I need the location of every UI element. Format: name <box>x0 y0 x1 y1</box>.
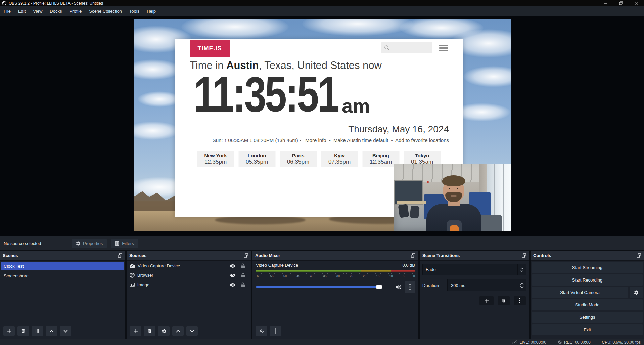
popout-icon[interactable] <box>243 253 248 258</box>
filters-label: Filters <box>122 241 134 246</box>
transition-select[interactable]: Fade <box>422 264 526 275</box>
advanced-audio-button[interactable] <box>256 326 267 336</box>
add-transition-button[interactable] <box>479 296 494 305</box>
title-bar: OBS 29.1.2 - Profile: LLHLS BETA - Scene… <box>0 0 644 6</box>
source-row-browser[interactable]: Browser <box>127 271 251 279</box>
menu-file[interactable]: File <box>0 6 14 16</box>
source-label: Video Capture Device <box>138 263 228 268</box>
search-input[interactable] <box>392 45 429 50</box>
visibility-eye-icon[interactable] <box>228 283 238 287</box>
popout-icon[interactable] <box>521 253 526 258</box>
city-paris[interactable]: Paris06:35pm <box>280 151 317 167</box>
sun-info-line: Sun: ↑ 06:35AM ↓ 08:20PM (13h 46m) - Mor… <box>213 137 449 143</box>
menu-scene-collection[interactable]: Scene Collection <box>85 6 126 16</box>
city-kyiv[interactable]: Kyiv07:35pm <box>321 151 358 167</box>
lock-icon[interactable] <box>238 273 248 278</box>
start-streaming-button[interactable]: Start Streaming <box>532 262 643 273</box>
remove-transition-button[interactable] <box>498 296 510 305</box>
spinner-arrows[interactable] <box>517 283 526 288</box>
popout-icon[interactable] <box>118 253 123 258</box>
meter-bar-right <box>256 271 415 272</box>
rec-status: REC: 00:00:00 <box>558 340 591 345</box>
cloud <box>302 19 413 36</box>
minimize-button[interactable] <box>598 0 613 6</box>
remove-source-button[interactable] <box>144 326 155 336</box>
add-favorite-link[interactable]: Add to favorite locations <box>395 137 449 143</box>
volume-slider-handle[interactable] <box>376 285 382 289</box>
filters-button[interactable]: Filters <box>111 239 138 248</box>
scene-down-button[interactable] <box>60 326 71 336</box>
volume-slider[interactable] <box>256 283 392 291</box>
scene-item-screenshare[interactable]: Screenshare <box>1 271 124 280</box>
source-context-toolbar: No source selected Properties Filters <box>0 236 644 250</box>
menu-edit[interactable]: Edit <box>14 6 29 16</box>
duration-spinbox[interactable]: 300 ms <box>447 279 526 291</box>
scene-filters-button[interactable] <box>32 326 43 336</box>
properties-button[interactable]: Properties <box>72 239 107 248</box>
hamburger-menu-icon[interactable] <box>439 45 448 51</box>
popout-icon[interactable] <box>411 253 416 258</box>
preview-canvas[interactable]: TIME.IS Time in Austin, Texas, United St… <box>134 19 511 231</box>
menu-tools[interactable]: Tools <box>126 6 143 16</box>
audio-mixer-title: Audio Mixer <box>255 253 280 258</box>
clock-ampm: am <box>342 94 370 117</box>
menu-bar: File Edit View Docks Profile Scene Colle… <box>0 6 644 16</box>
person-eye <box>449 188 450 189</box>
popout-icon[interactable] <box>636 253 641 258</box>
foreground-chair <box>478 215 502 231</box>
visibility-eye-icon[interactable] <box>228 264 238 268</box>
docks-row: Scenes Clock Test Screenshare Sources <box>0 250 644 339</box>
restore-button[interactable] <box>613 0 629 6</box>
webcam-overlay[interactable] <box>394 164 511 231</box>
lock-icon[interactable] <box>238 282 248 287</box>
source-row-video-capture[interactable]: Video Capture Device <box>127 262 251 270</box>
source-label: Browser <box>137 273 228 278</box>
menu-profile[interactable]: Profile <box>65 6 85 16</box>
city-london[interactable]: London05:35pm <box>238 151 275 167</box>
cloud <box>134 122 180 140</box>
start-virtual-camera-button[interactable]: Start Virtual Camera <box>532 287 628 298</box>
mixer-menu-button[interactable] <box>270 326 281 336</box>
city-new-york[interactable]: New York12:35pm <box>197 151 234 167</box>
controls-title: Controls <box>533 253 551 258</box>
menu-docks[interactable]: Docks <box>46 6 65 16</box>
remove-scene-button[interactable] <box>17 326 29 336</box>
source-down-button[interactable] <box>186 326 198 336</box>
visibility-eye-icon[interactable] <box>228 273 238 277</box>
city-beijing[interactable]: Beijing12:35am <box>362 151 399 167</box>
office-desk <box>397 201 426 204</box>
person-hair <box>442 175 465 186</box>
speaker-icon[interactable] <box>395 284 402 290</box>
search-box[interactable] <box>381 42 432 53</box>
obs-window: OBS 29.1.2 - Profile: LLHLS BETA - Scene… <box>0 0 644 345</box>
studio-mode-button[interactable]: Studio Mode <box>532 299 643 310</box>
menu-view[interactable]: View <box>29 6 46 16</box>
virtual-camera-settings-button[interactable] <box>630 287 643 298</box>
lock-icon[interactable] <box>238 263 248 268</box>
scene-item-clock-test[interactable]: Clock Test <box>1 262 124 270</box>
source-up-button[interactable] <box>172 326 184 336</box>
menu-help[interactable]: Help <box>143 6 159 16</box>
gear-icon <box>76 241 81 246</box>
meter-tick-labels: -60-55-50-45-40-35-30-25-20-15-10-50 <box>256 274 415 278</box>
make-default-link[interactable]: Make Austin time default <box>333 137 388 143</box>
source-label: Image <box>137 282 228 287</box>
transition-menu-button[interactable] <box>514 296 526 305</box>
more-info-link[interactable]: More info <box>305 137 326 143</box>
scene-up-button[interactable] <box>46 326 57 336</box>
close-button[interactable] <box>629 0 644 6</box>
duration-value: 300 ms <box>448 283 517 288</box>
add-scene-button[interactable] <box>3 326 15 336</box>
image-icon <box>130 283 135 287</box>
exit-button[interactable]: Exit <box>532 324 643 335</box>
add-source-button[interactable] <box>130 326 141 336</box>
source-row-image[interactable]: Image <box>127 281 251 289</box>
start-recording-button[interactable]: Start Recording <box>532 274 643 286</box>
shirt-graphic <box>450 225 459 231</box>
sources-toolbar <box>127 323 251 339</box>
mixer-channel-menu-button[interactable] <box>405 281 415 293</box>
source-properties-button[interactable] <box>158 326 170 336</box>
settings-button[interactable]: Settings <box>532 312 643 323</box>
timeis-logo[interactable]: TIME.IS <box>190 40 230 57</box>
scenes-dock: Scenes Clock Test Screenshare <box>0 251 125 339</box>
